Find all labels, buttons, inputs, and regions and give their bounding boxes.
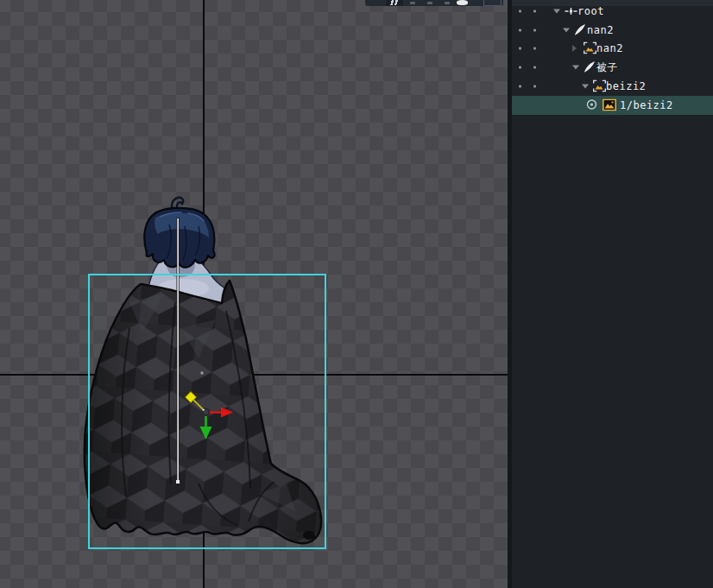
- expander-expanded-icon[interactable]: [553, 9, 560, 13]
- hierarchy-tree-panel: rootnan2nan2被子beizi21/beizi2: [512, 0, 713, 588]
- bone-icon: [584, 61, 597, 74]
- row-toggle-dot[interactable]: [533, 9, 536, 12]
- image-icon: [603, 98, 616, 111]
- row-toggle-dot[interactable]: [533, 28, 536, 31]
- tree-row-label: nan2: [587, 25, 614, 35]
- tree-row-被子[interactable]: 被子: [512, 58, 713, 77]
- gizmo-y-axis-arrow[interactable]: [200, 427, 212, 439]
- expander-expanded-icon[interactable]: [572, 66, 579, 70]
- row-toggle-dot[interactable]: [519, 66, 521, 69]
- tree-row-label: beizi2: [606, 81, 646, 92]
- view-dropdown-button[interactable]: [483, 0, 502, 6]
- expander-expanded-icon[interactable]: [563, 28, 570, 32]
- row-toggle-dot[interactable]: [519, 85, 521, 88]
- row-toggle-dot[interactable]: [533, 47, 536, 50]
- character-hair: [144, 198, 214, 268]
- gizmo-origin-link: [193, 400, 204, 410]
- row-toggle-dot[interactable]: [519, 47, 521, 50]
- region-placeholder-icon: [584, 42, 597, 55]
- tree-row-nan2[interactable]: nan2: [512, 21, 713, 40]
- active-tool-button[interactable]: [386, 0, 403, 6]
- tool-icon-4[interactable]: [445, 2, 450, 4]
- row-toggle-dot[interactable]: [533, 85, 536, 88]
- root-bone-icon: [565, 4, 578, 17]
- tree-row-label: 1/beizi2: [620, 100, 673, 111]
- tool-icon-2[interactable]: [410, 2, 415, 4]
- bone-icon: [574, 23, 588, 36]
- expander-expanded-icon[interactable]: [582, 85, 589, 89]
- scene-viewport[interactable]: [0, 0, 508, 588]
- tree-row-nan2[interactable]: nan2: [512, 40, 713, 59]
- tree-row-label: 被子: [596, 62, 618, 73]
- expander-collapsed-icon[interactable]: [572, 45, 577, 52]
- tool-icon-3[interactable]: [427, 2, 432, 4]
- row-toggle-dot[interactable]: [519, 9, 521, 12]
- visibility-target-icon[interactable]: [586, 98, 600, 111]
- tree-row-label: nan2: [596, 43, 623, 54]
- viewport-toolbar: [365, 0, 503, 6]
- transform-gizmo[interactable]: [173, 380, 249, 449]
- spine-editor-window: { "toolbar": { "background": "#242a32", …: [0, 0, 713, 588]
- tree-row-beizi2[interactable]: beizi2: [512, 77, 713, 96]
- hierarchy-tree: rootnan2nan2被子beizi21/beizi2: [512, 2, 713, 115]
- chat-bubble-icon[interactable]: [457, 0, 468, 5]
- gizmo-center-dot: [202, 408, 204, 410]
- row-toggle-dot[interactable]: [533, 66, 536, 69]
- tool-icon-1: [388, 0, 401, 5]
- region-placeholder-icon: [593, 80, 607, 93]
- tree-row-root[interactable]: root: [512, 2, 713, 21]
- tree-row-1/beizi2[interactable]: 1/beizi2: [512, 96, 713, 115]
- row-toggle-dot[interactable]: [519, 28, 521, 31]
- gizmo-x-axis-arrow[interactable]: [221, 408, 233, 418]
- tree-row-label: root: [577, 6, 604, 16]
